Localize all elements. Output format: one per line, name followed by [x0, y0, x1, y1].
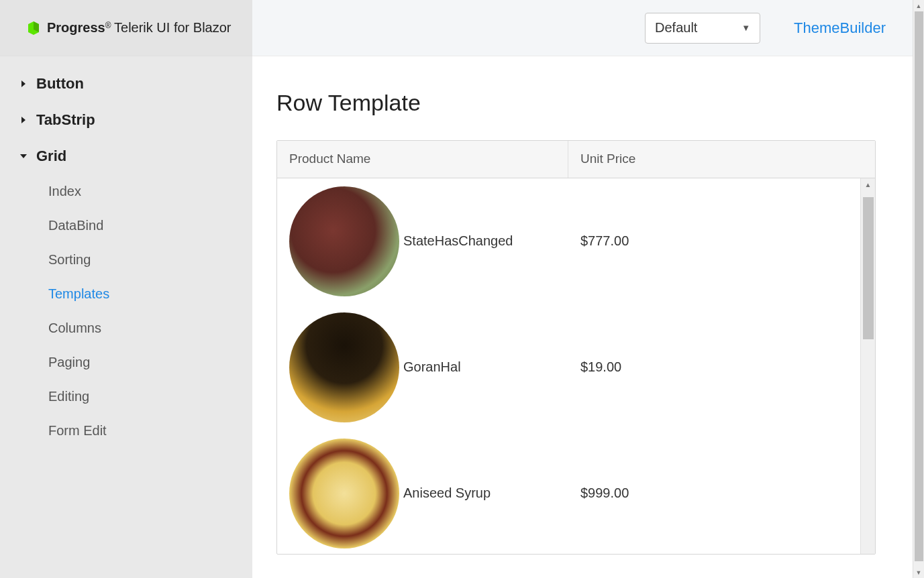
scroll-down-icon[interactable]: ▼ — [913, 567, 924, 578]
cell-product-name: Aniseed Syrup — [277, 432, 568, 555]
main-area: Default ▼ ThemeBuilder Row Template Prod… — [252, 0, 913, 578]
nav-sub-label: Sorting — [48, 252, 91, 267]
nav-sub-label: Editing — [48, 389, 89, 404]
scroll-up-icon[interactable]: ▲ — [913, 0, 924, 11]
table-row[interactable]: StateHasChanged $777.00 — [277, 178, 875, 304]
nav-item-button[interactable]: Button — [0, 66, 252, 102]
product-name-text: StateHasChanged — [403, 233, 513, 249]
nav-sub-label: Columns — [48, 321, 101, 335]
product-name-text: Aniseed Syrup — [403, 485, 491, 501]
cell-unit-price: $777.00 — [568, 227, 875, 255]
sidebar-nav: Button TabStrip Grid Index DataBind Sort… — [0, 56, 252, 448]
progress-logo-icon — [25, 20, 42, 36]
sidebar: Progress® Telerik UI for Blazor Button T… — [0, 0, 252, 578]
brand-product: Telerik UI for Blazor — [114, 20, 232, 35]
nav-item-grid[interactable]: Grid — [0, 138, 252, 174]
product-image — [289, 186, 399, 296]
nav-sub-label: Paging — [48, 355, 90, 369]
chevron-right-icon — [16, 116, 31, 124]
nav-sub-databind[interactable]: DataBind — [48, 209, 252, 243]
col-header-unit-price[interactable]: Unit Price — [568, 141, 859, 178]
themebuilder-link[interactable]: ThemeBuilder — [794, 19, 886, 37]
content-area: Row Template Product Name Unit Price Sta… — [252, 56, 913, 578]
product-name-text: GoranHal — [403, 359, 461, 375]
theme-select[interactable]: Default ▼ — [645, 13, 760, 44]
chevron-down-icon — [16, 153, 31, 160]
nav-sub-label: Form Edit — [48, 423, 107, 438]
nav-sub-index[interactable]: Index — [48, 174, 252, 209]
cell-product-name: GoranHal — [277, 306, 568, 429]
nav-sub-formedit[interactable]: Form Edit — [48, 414, 252, 448]
topbar: Default ▼ ThemeBuilder — [252, 0, 913, 56]
caret-down-icon: ▼ — [741, 23, 750, 33]
nav-sub-label: DataBind — [48, 218, 103, 233]
page-title: Row Template — [276, 90, 888, 116]
theme-select-value: Default — [655, 20, 697, 36]
col-header-product-name[interactable]: Product Name — [277, 141, 568, 178]
nav-sub-paging[interactable]: Paging — [48, 345, 252, 380]
cell-unit-price: $999.00 — [568, 479, 875, 508]
product-image — [289, 312, 399, 422]
table-row[interactable]: GoranHal $19.00 — [277, 304, 875, 430]
brand-text: Progress® Telerik UI for Blazor — [47, 20, 232, 36]
nav-sub-templates[interactable]: Templates — [48, 277, 252, 311]
nav-sub-editing[interactable]: Editing — [48, 380, 252, 414]
grid-header: Product Name Unit Price — [277, 141, 875, 178]
cell-product-name: StateHasChanged — [277, 180, 568, 303]
nav-sub-columns[interactable]: Columns — [48, 311, 252, 345]
table-row[interactable]: Aniseed Syrup $999.00 — [277, 430, 875, 554]
nav-label: TabStrip — [36, 111, 95, 129]
chevron-right-icon — [16, 80, 31, 88]
scroll-thumb[interactable] — [863, 197, 874, 339]
brand-name: Progress — [47, 20, 105, 35]
page-scrollbar[interactable]: ▲ ▼ — [913, 0, 924, 578]
header-scroll-spacer — [859, 141, 875, 178]
cell-unit-price: $19.00 — [568, 353, 875, 382]
grid: Product Name Unit Price StateHasChanged … — [276, 140, 876, 555]
scroll-up-icon[interactable]: ▲ — [861, 178, 875, 190]
nav-item-tabstrip[interactable]: TabStrip — [0, 102, 252, 138]
nav-label: Grid — [36, 148, 66, 165]
nav-sub-label: Templates — [48, 286, 109, 301]
nav-sub-sorting[interactable]: Sorting — [48, 243, 252, 277]
nav-sub-grid: Index DataBind Sorting Templates Columns… — [0, 174, 252, 448]
brand-header: Progress® Telerik UI for Blazor — [0, 0, 252, 56]
product-image — [289, 439, 399, 548]
nav-label: Button — [36, 75, 84, 93]
grid-body: StateHasChanged $777.00 GoranHal $19.00 — [277, 178, 875, 554]
scroll-thumb[interactable] — [915, 11, 923, 561]
grid-scrollbar[interactable]: ▲ — [860, 178, 875, 554]
nav-sub-label: Index — [48, 184, 81, 198]
